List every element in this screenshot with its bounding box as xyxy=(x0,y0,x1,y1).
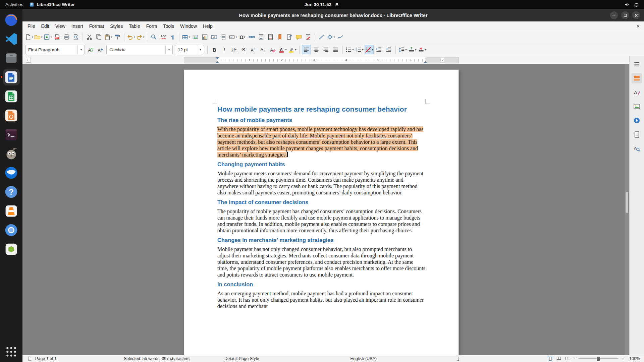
insert-special-character-button[interactable]: Ω xyxy=(238,33,247,42)
document-page[interactable]: How mobile payments are reshaping consum… xyxy=(184,70,459,355)
menu-styles[interactable]: Styles xyxy=(107,22,126,30)
bold-button[interactable]: B xyxy=(210,45,219,54)
menu-help[interactable]: Help xyxy=(200,22,216,30)
increase-para-spacing-button[interactable] xyxy=(408,45,417,54)
dock-calc-button[interactable] xyxy=(3,88,20,105)
highlight-color-button[interactable] xyxy=(288,45,297,54)
heading-merchant-strategies[interactable]: Changes in merchants’ marketing strategi… xyxy=(217,237,425,243)
font-name-combo[interactable]: Cambria xyxy=(106,45,173,54)
insert-textbox-button[interactable]: A xyxy=(210,33,219,42)
heading-in-conclusion[interactable]: in conclusion xyxy=(217,281,425,288)
insert-mode-icon[interactable] xyxy=(456,356,461,361)
print-preview-button[interactable] xyxy=(71,33,80,42)
line-spacing-button[interactable] xyxy=(398,45,407,54)
increase-indent-button[interactable] xyxy=(374,45,383,54)
dock-gimp-button[interactable] xyxy=(3,145,20,162)
zoom-out-button[interactable]: − xyxy=(573,357,576,361)
align-right-button[interactable] xyxy=(321,45,330,54)
unordered-list-button[interactable] xyxy=(345,45,354,54)
insert-image-button[interactable] xyxy=(191,33,200,42)
insert-field-button[interactable]: fx xyxy=(228,33,237,42)
text-language[interactable]: English (USA) xyxy=(350,356,377,361)
paragraph-style-dropdown[interactable] xyxy=(77,45,85,54)
cut-button[interactable] xyxy=(85,33,94,42)
new-style-button[interactable]: A xyxy=(96,45,105,54)
dock-app-grid-button[interactable] xyxy=(3,343,20,360)
track-changes-button[interactable] xyxy=(304,33,313,42)
menu-view[interactable]: View xyxy=(52,22,68,30)
dock-file-manager-button[interactable] xyxy=(3,50,20,66)
maximize-button[interactable] xyxy=(621,11,629,19)
book-view-button[interactable] xyxy=(565,356,570,361)
dock-software-button[interactable] xyxy=(3,241,20,257)
no-list-button[interactable] xyxy=(365,45,374,54)
heading-rise-of-mobile-payments[interactable]: The rise of mobile payments xyxy=(217,117,425,123)
subscript-button[interactable]: A2 xyxy=(259,45,268,54)
zoom-slider[interactable] xyxy=(578,358,619,359)
document-title[interactable]: How mobile payments are reshaping consum… xyxy=(217,105,425,114)
activities-button[interactable]: Activities xyxy=(5,2,23,7)
paragraph-payment-habits[interactable]: Mobile payment meets consumers’ demand f… xyxy=(217,170,425,196)
menu-window[interactable]: Window xyxy=(177,22,200,30)
scrollbar-thumb[interactable] xyxy=(626,192,628,213)
focused-app-indicator[interactable]: LibreOffice Writer xyxy=(29,2,75,7)
clone-formatting-button[interactable] xyxy=(113,33,122,42)
italic-button[interactable]: I xyxy=(220,45,229,54)
menu-table[interactable]: Table xyxy=(126,22,143,30)
menu-insert[interactable]: Insert xyxy=(68,22,86,30)
menu-format[interactable]: Format xyxy=(86,22,107,30)
font-size-dropdown[interactable] xyxy=(197,45,204,54)
clock-menu[interactable]: Jun 30 11:52 xyxy=(305,2,339,7)
undo-button[interactable] xyxy=(126,33,136,42)
tab-stop-selector[interactable]: L xyxy=(26,58,31,63)
insert-chart-button[interactable] xyxy=(200,33,209,42)
save-button[interactable] xyxy=(43,33,52,42)
insert-page-break-button[interactable] xyxy=(219,33,228,42)
multi-page-view-button[interactable] xyxy=(556,356,561,361)
justify-button[interactable] xyxy=(331,45,340,54)
clear-formatting-button[interactable]: A xyxy=(268,45,277,54)
menu-file[interactable]: File xyxy=(24,22,38,30)
export-pdf-button[interactable]: PDF xyxy=(53,33,62,42)
dock-terminal-button[interactable] xyxy=(3,126,20,143)
menu-form[interactable]: Form xyxy=(143,22,160,30)
paragraph-consumer-decisions[interactable]: The popularity of mobile payment has cha… xyxy=(217,208,425,234)
decrease-para-spacing-button[interactable] xyxy=(418,45,427,54)
close-document-button[interactable]: ✕ xyxy=(636,24,640,29)
page-count[interactable]: Page 1 of 1 xyxy=(35,356,57,361)
insert-hyperlink-button[interactable] xyxy=(247,33,256,42)
spelling-button[interactable]: ABC xyxy=(159,33,168,42)
heading-changing-payment-habits[interactable]: Changing payment habits xyxy=(217,161,425,168)
paste-button[interactable] xyxy=(104,33,113,42)
sidebar-navigator-icon[interactable] xyxy=(632,115,642,126)
print-button[interactable] xyxy=(62,33,71,42)
zoom-slider-thumb[interactable] xyxy=(597,357,600,361)
redo-button[interactable] xyxy=(136,33,145,42)
copy-button[interactable] xyxy=(94,33,103,42)
find-replace-button[interactable] xyxy=(149,33,158,42)
insert-table-button[interactable] xyxy=(181,33,191,42)
page-style[interactable]: Default Page Style xyxy=(224,356,259,361)
zoom-in-button[interactable]: + xyxy=(622,357,624,361)
word-count[interactable]: Selected: 55 words, 397 characters xyxy=(124,356,190,361)
titlebar[interactable]: How mobile payments are reshaping consum… xyxy=(22,9,644,21)
menu-tools[interactable]: Tools xyxy=(160,22,177,30)
dock-chromium-button[interactable] xyxy=(3,222,20,238)
new-document-button[interactable] xyxy=(24,33,34,42)
open-button[interactable] xyxy=(34,33,43,42)
right-indent-marker[interactable] xyxy=(424,61,427,63)
left-indent-marker[interactable] xyxy=(216,61,219,63)
insert-cross-reference-button[interactable] xyxy=(285,33,294,42)
close-button[interactable] xyxy=(632,11,640,19)
font-size-combo[interactable]: 12 pt xyxy=(175,45,204,54)
update-style-button[interactable]: A xyxy=(86,45,95,54)
sidebar-page-icon[interactable] xyxy=(632,129,642,140)
dock-vscode-button[interactable] xyxy=(3,31,20,47)
font-color-button[interactable]: A xyxy=(278,45,287,54)
system-tray[interactable] xyxy=(625,2,644,7)
paragraph-style-combo[interactable]: First Paragraph xyxy=(25,45,85,54)
sidebar-gallery-icon[interactable] xyxy=(632,101,642,112)
insert-footnote-button[interactable]: 1 xyxy=(257,33,266,42)
horizontal-ruler[interactable]: 1 2 3 4 5 6 7 xyxy=(184,57,459,63)
paragraph-conclusion[interactable]: As an emerging payment method, mobile pa… xyxy=(217,290,425,309)
